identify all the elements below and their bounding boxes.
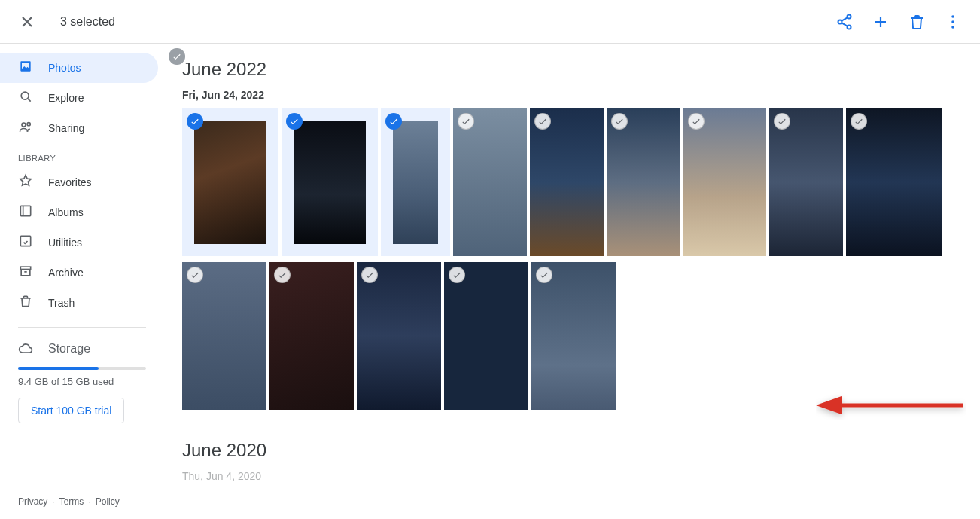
sidebar: PhotosExploreSharing LIBRARY FavoritesAl… — [0, 44, 164, 519]
photo-image — [444, 262, 528, 410]
more-options-button[interactable] — [938, 7, 968, 37]
date-header[interactable]: Thu, Jun 4, 2020 — [182, 470, 962, 482]
photo-thumbnail[interactable] — [182, 108, 278, 256]
checkmark-unselected-icon[interactable] — [534, 113, 551, 130]
utilities-icon — [18, 234, 33, 252]
photo-image — [683, 108, 766, 256]
photo-thumbnail[interactable] — [182, 262, 266, 410]
checkmark-unselected-icon[interactable] — [774, 113, 790, 130]
checkmark-unselected-icon[interactable] — [611, 113, 628, 130]
sidebar-item-sharing[interactable]: Sharing — [0, 113, 158, 143]
checkmark-unselected-icon[interactable] — [688, 113, 705, 130]
share-button[interactable] — [829, 7, 860, 37]
photo-image — [294, 121, 366, 244]
sidebar-item-favorites[interactable]: Favorites — [0, 167, 158, 197]
photo-image — [393, 121, 438, 244]
checkmark-unselected-icon[interactable] — [274, 267, 291, 283]
sidebar-section-library: LIBRARY — [0, 143, 164, 167]
photo-thumbnail[interactable] — [357, 262, 441, 410]
top-bar-actions — [829, 7, 968, 37]
photo-thumbnail[interactable] — [683, 108, 766, 256]
sidebar-item-label: Storage — [48, 342, 90, 356]
photo-image — [182, 262, 266, 410]
cloud-icon — [18, 341, 33, 356]
photo-image — [453, 108, 527, 256]
close-icon — [18, 13, 36, 31]
photo-image — [194, 121, 266, 244]
checkmark-unselected-icon[interactable] — [361, 267, 378, 283]
start-trial-button[interactable]: Start 100 GB trial — [18, 398, 124, 423]
delete-button[interactable] — [902, 7, 932, 37]
photo-thumbnail[interactable] — [769, 108, 843, 256]
sidebar-item-label: Archive — [48, 267, 84, 279]
footer-privacy-link[interactable]: Privacy — [18, 496, 47, 507]
svg-point-6 — [21, 92, 29, 99]
sidebar-item-storage[interactable]: Storage — [18, 334, 146, 364]
checkmark-unselected-icon[interactable] — [449, 267, 465, 283]
photo-thumbnail[interactable] — [381, 108, 450, 256]
sidebar-separator — [18, 327, 146, 328]
date-header[interactable]: Fri, Jun 24, 2022 — [182, 89, 962, 101]
checkmark-unselected-icon[interactable] — [458, 113, 474, 130]
search-icon — [18, 89, 33, 107]
sidebar-item-trash[interactable]: Trash — [0, 288, 158, 318]
sidebar-item-label: Utilities — [48, 237, 82, 249]
group-title: June 2020 — [182, 440, 962, 461]
checkmark-selected-icon[interactable] — [187, 113, 203, 130]
checkmark-selected-icon[interactable] — [385, 113, 402, 130]
sidebar-item-label: Sharing — [48, 122, 84, 134]
svg-rect-9 — [20, 206, 30, 215]
sidebar-item-albums[interactable]: Albums — [0, 197, 158, 227]
sidebar-item-label: Favorites — [48, 176, 92, 188]
photo-thumbnail[interactable] — [444, 262, 528, 410]
share-icon — [835, 13, 854, 31]
svg-point-1 — [838, 20, 842, 23]
photo-thumbnail[interactable] — [453, 108, 527, 256]
checkmark-selected-icon[interactable] — [286, 113, 303, 130]
photo-thumbnail[interactable] — [846, 108, 942, 256]
date-select-checkmark[interactable] — [169, 48, 185, 65]
photo-image — [357, 262, 441, 410]
footer-terms-link[interactable]: Terms — [59, 496, 84, 507]
photo-image — [531, 262, 616, 410]
photo-image — [769, 108, 843, 256]
photo-thumbnail[interactable] — [530, 108, 604, 256]
close-selection-button[interactable] — [12, 7, 42, 37]
svg-point-8 — [27, 123, 30, 126]
archive-icon — [18, 264, 33, 282]
photo-thumbnail[interactable] — [607, 108, 680, 256]
sidebar-item-archive[interactable]: Archive — [0, 258, 158, 288]
main-content: June 2022 Fri, Jun 24, 2022 June 2020 Th… — [164, 44, 980, 519]
photo-image — [530, 108, 604, 256]
checkmark-unselected-icon[interactable] — [536, 267, 552, 283]
photo-thumbnail[interactable] — [282, 108, 378, 256]
sidebar-item-utilities[interactable]: Utilities — [0, 227, 158, 258]
trash-icon — [18, 294, 33, 312]
photo-image — [269, 262, 354, 410]
sidebar-item-photos[interactable]: Photos — [0, 53, 158, 83]
photo-grid — [182, 108, 962, 410]
selection-count: 3 selected — [60, 15, 115, 29]
photo-group: June 2020 Thu, Jun 4, 2020 — [182, 440, 962, 482]
people-icon — [18, 119, 33, 137]
checkmark-unselected-icon[interactable] — [187, 267, 203, 283]
date-label: Thu, Jun 4, 2020 — [182, 470, 261, 482]
footer-policy-link[interactable]: Policy — [96, 496, 120, 507]
add-to-button[interactable] — [866, 7, 896, 37]
svg-point-7 — [22, 123, 26, 127]
top-bar: 3 selected — [0, 0, 980, 44]
svg-rect-10 — [20, 236, 30, 246]
sidebar-item-explore[interactable]: Explore — [0, 83, 158, 113]
photo-image — [607, 108, 680, 256]
photo-thumbnail[interactable] — [269, 262, 354, 410]
svg-point-4 — [951, 20, 954, 23]
photo-group: June 2022 Fri, Jun 24, 2022 — [182, 59, 962, 410]
sidebar-item-label: Albums — [48, 206, 84, 218]
svg-point-3 — [951, 15, 954, 18]
footer-links: Privacy · Terms · Policy — [0, 496, 138, 507]
group-title: June 2022 — [182, 59, 962, 80]
date-label: Fri, Jun 24, 2022 — [182, 89, 264, 101]
photo-thumbnail[interactable] — [531, 262, 616, 410]
checkmark-unselected-icon[interactable] — [851, 113, 867, 130]
top-bar-left: 3 selected — [12, 7, 115, 37]
